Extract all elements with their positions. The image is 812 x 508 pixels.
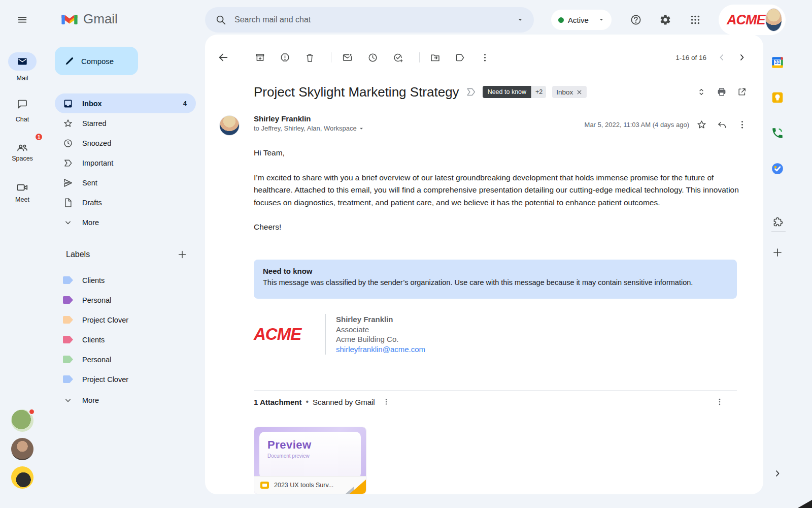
reply-icon	[717, 119, 727, 130]
attachment-section-more-button[interactable]	[709, 392, 730, 412]
sidebar-label-personal-2[interactable]: Personal	[55, 350, 196, 369]
search-input[interactable]: Search mail and chat	[205, 7, 534, 33]
rail-label-meet[interactable]: Meet	[0, 196, 45, 203]
sidebar-label-project-clover-1[interactable]: Project Clover	[55, 310, 196, 330]
chat-icon	[16, 98, 28, 110]
help-button[interactable]	[624, 8, 648, 32]
attachment-count: 1 Attachment	[254, 398, 301, 406]
sender-avatar[interactable]	[219, 115, 240, 136]
sidebar-item-starred[interactable]: Starred	[55, 113, 196, 133]
subject-actions	[691, 82, 752, 102]
banner-text: This message was classified by the sende…	[263, 278, 728, 287]
snooze-button[interactable]	[362, 47, 383, 68]
sidebar-item-label: Inbox	[82, 100, 174, 108]
sidebar-label-clients-1[interactable]: Clients	[55, 270, 196, 290]
sidebar-label-personal-1[interactable]: Personal	[55, 290, 196, 310]
sidebar-label-project-clover-2[interactable]: Project Clover	[55, 369, 196, 389]
rail-label-mail[interactable]: Mail	[0, 75, 45, 82]
older-button[interactable]	[732, 47, 752, 68]
status-selector[interactable]: Active	[551, 10, 612, 30]
signature-email-link[interactable]: shirleyfranklin@acme.com	[336, 345, 425, 354]
rail-item-mail[interactable]	[8, 52, 37, 71]
compose-button[interactable]: Compose	[55, 47, 138, 75]
print-button[interactable]	[712, 82, 732, 102]
show-side-panel-button[interactable]	[767, 463, 788, 484]
search-icon[interactable]	[215, 14, 226, 25]
add-panel-button[interactable]	[767, 242, 788, 263]
sidebar-item-label: Drafts	[82, 199, 190, 207]
sidebar-item-sent[interactable]: Sent	[55, 173, 196, 193]
search-options-caret-icon[interactable]	[517, 16, 524, 23]
labels-title: Labels	[66, 250, 90, 259]
apps-grid-icon	[690, 14, 701, 25]
archive-button[interactable]	[250, 47, 270, 68]
back-button[interactable]	[213, 47, 233, 68]
voice-panel-button[interactable]	[767, 123, 788, 143]
sidebar-label-clients-2[interactable]: Clients	[55, 330, 196, 350]
sidebar-labels-more[interactable]: More	[55, 390, 196, 410]
keep-panel-button[interactable]	[767, 87, 788, 108]
signature-company: Acme Building Co.	[336, 334, 425, 344]
calendar-day-label: 31	[767, 59, 788, 65]
mark-unread-button[interactable]	[337, 47, 357, 68]
toolbar-divider	[419, 52, 420, 62]
pagination: 1-16 of 16	[675, 47, 752, 68]
chat-contact-avatar-2[interactable]	[11, 438, 33, 460]
hamburger-icon	[17, 14, 28, 25]
sidebar-item-label: More	[82, 218, 190, 227]
gmail-logo[interactable]: Gmail	[61, 11, 118, 27]
reply-button[interactable]	[712, 114, 732, 135]
get-addons-button[interactable]	[767, 212, 788, 232]
body-paragraph: I’m excited to share with you a brief ov…	[254, 172, 744, 209]
sidebar-item-inbox[interactable]: Inbox 4	[55, 93, 196, 113]
need-to-know-chip[interactable]: Need to know +2	[483, 86, 547, 98]
brand-logo: ACME	[727, 12, 765, 28]
sidebar-item-drafts[interactable]: Drafts	[55, 193, 196, 212]
body-closing: Cheers!	[254, 221, 744, 234]
rail-label-spaces[interactable]: Spaces	[0, 155, 45, 162]
rail-label-chat[interactable]: Chat	[0, 116, 45, 123]
expand-all-button[interactable]	[691, 82, 712, 102]
google-apps-button[interactable]	[683, 8, 707, 32]
calendar-panel-button[interactable]: 31	[767, 52, 788, 73]
chat-contact-avatar-3[interactable]	[11, 466, 33, 489]
report-spam-button[interactable]	[275, 47, 295, 68]
gmail-m-icon	[61, 13, 78, 26]
newer-button[interactable]	[712, 47, 732, 68]
chat-contact-avatar-1[interactable]	[11, 409, 33, 432]
remove-label-icon[interactable]	[576, 89, 583, 96]
important-marker-icon[interactable]	[465, 86, 477, 98]
more-toolbar-button[interactable]	[475, 47, 495, 68]
inbox-icon	[63, 99, 73, 109]
sidebar-item-more[interactable]: More	[55, 212, 196, 232]
attachment-options-button[interactable]	[379, 395, 393, 409]
chevron-down-icon	[63, 395, 73, 405]
label-tag-icon	[455, 52, 465, 63]
recipients-caret-icon[interactable]	[358, 125, 365, 132]
sidebar-item-snoozed[interactable]: Snoozed	[55, 133, 196, 153]
attachment-card[interactable]: Preview Document preview 2023 UX tools S…	[254, 427, 366, 494]
pagination-text: 1-16 of 16	[675, 54, 706, 61]
label-button[interactable]	[450, 47, 470, 68]
main-menu-button[interactable]	[10, 8, 35, 32]
message-meta: Mar 5, 2022, 11:03 AM (4 days ago)	[585, 114, 752, 135]
scanned-by-gmail: Scanned by Gmail	[313, 398, 375, 406]
recipients[interactable]: to Jeffrey, Shirley, Alan, Workspace	[254, 124, 365, 132]
sidebar-item-important[interactable]: Important	[55, 153, 196, 173]
need-to-know-label[interactable]: Need to know	[483, 86, 531, 98]
add-to-tasks-button[interactable]	[388, 47, 408, 68]
delete-button[interactable]	[299, 47, 320, 68]
inbox-chip[interactable]: Inbox	[552, 86, 587, 98]
move-to-button[interactable]	[425, 47, 445, 68]
more-message-button[interactable]	[732, 114, 752, 135]
account-pill[interactable]: ACME	[719, 5, 786, 35]
settings-button[interactable]	[653, 8, 678, 32]
user-avatar[interactable]	[765, 8, 783, 31]
more-classifications-count[interactable]: +2	[532, 86, 546, 98]
rail-item-chat[interactable]	[10, 92, 35, 116]
tasks-panel-button[interactable]	[767, 158, 788, 179]
star-message-button[interactable]	[691, 114, 712, 135]
open-in-new-button[interactable]	[732, 82, 752, 102]
add-label-icon[interactable]	[177, 249, 188, 260]
preview-title: Preview	[267, 438, 361, 452]
